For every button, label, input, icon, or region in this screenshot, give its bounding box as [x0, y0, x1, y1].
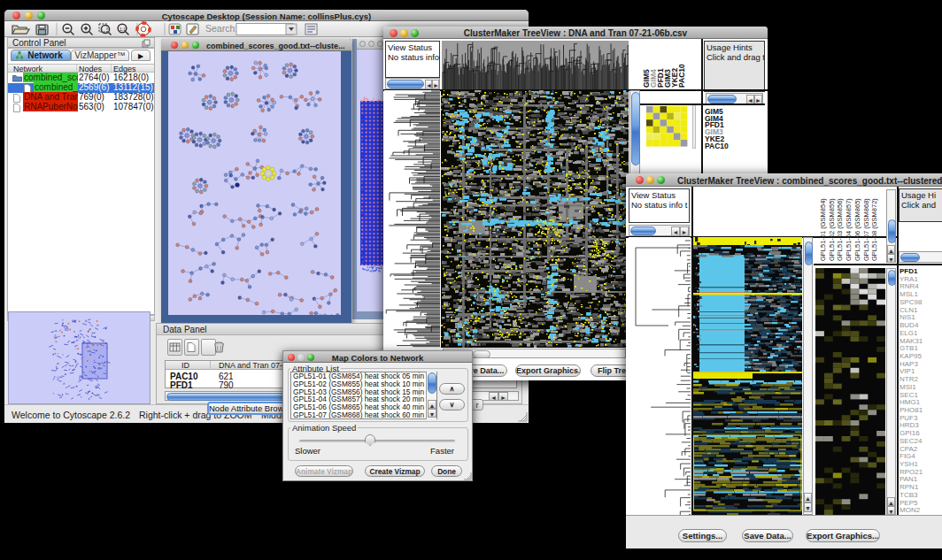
svg-text:GPL51-01 (GSM854): GPL51-01 (GSM854) [819, 198, 827, 261]
svg-text:PAC10: PAC10 [677, 64, 686, 88]
svg-text:GPL51-07 (GSM868): GPL51-07 (GSM868) [862, 198, 870, 261]
svg-text:Search:: Search: [205, 23, 237, 34]
svg-text:GPL51-03 (GSM856): GPL51-03 (GSM856) [836, 198, 844, 261]
svg-text:GPL51-04 (GSM857): GPL51-04 (GSM857) [845, 198, 853, 261]
svg-text:GPL51-06 (GSM865): GPL51-06 (GSM865) [853, 198, 861, 261]
svg-text:GPL51-08 (GSM872): GPL51-08 (GSM872) [870, 198, 878, 261]
svg-text:GPL51-02 (GSM855): GPL51-02 (GSM855) [828, 198, 836, 261]
svg-text:1:1: 1:1 [120, 27, 126, 32]
